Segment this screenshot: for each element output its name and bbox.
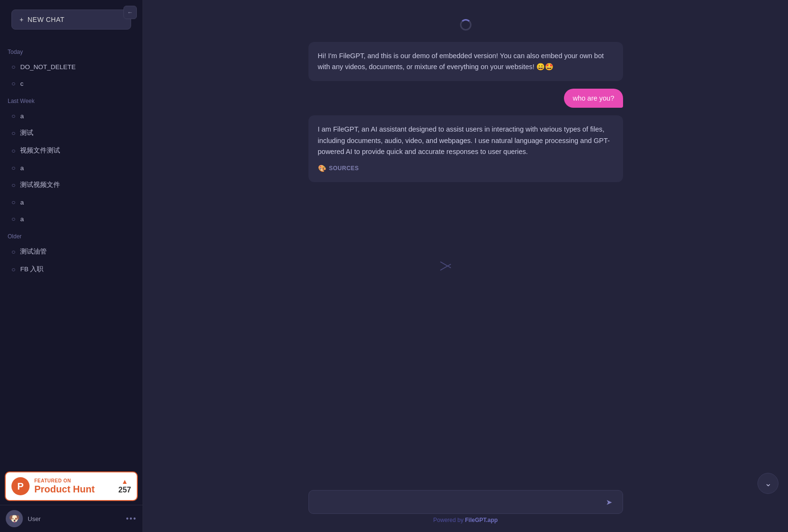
chat-bubble-icon: ○ (11, 164, 15, 172)
chat-item-video-test[interactable]: ○ 视频文件测试 (4, 142, 139, 159)
chat-item-label: c (20, 80, 23, 87)
section-last-week: Last Week (0, 92, 143, 107)
upvote-arrow-icon: ▲ (122, 478, 128, 485)
powered-by-label: Powered by FileGPT.app (433, 514, 498, 528)
chat-bubble-icon: ○ (11, 266, 15, 273)
chat-bubble-icon: ○ (11, 215, 15, 223)
chat-item-youku[interactable]: ○ 测试油管 (4, 243, 139, 260)
sidebar: + NEW CHAT ← Today ○ DO_NOT_DELETE ○ c L… (0, 0, 143, 532)
section-older: Older (0, 227, 143, 243)
chat-item-label: 测试油管 (20, 247, 47, 256)
user-footer: 🐶 User ••• (0, 505, 143, 532)
arrow-left-icon: ← (127, 9, 133, 16)
avatar: 🐶 (6, 510, 23, 527)
bot-message-2-text: I am FileGPT, an AI assistant designed t… (318, 125, 610, 155)
chat-item-test-video[interactable]: ○ 测试视频文件 (4, 176, 139, 194)
new-chat-label: NEW CHAT (28, 16, 65, 23)
upvote-count: 257 (118, 486, 131, 494)
input-container: ➤ (308, 490, 623, 514)
sources-icon: 🎨 (318, 163, 327, 174)
chat-item-test[interactable]: ○ 测试 (4, 124, 139, 142)
chat-item-label: a (20, 164, 24, 172)
product-hunt-count: ▲ 257 (118, 478, 131, 494)
chat-item-label: DO_NOT_DELETE (20, 63, 75, 71)
chat-item-label: a (20, 215, 24, 223)
loading-spinner (460, 19, 471, 31)
product-hunt-featured-label: FEATURED ON (34, 478, 113, 483)
user-message-1: who are you? (564, 89, 623, 108)
chat-item-label: 测试 (20, 129, 33, 137)
chat-area: Hi! I'm FileGPT, and this is our demo of… (143, 0, 788, 482)
product-hunt-logo: P (11, 477, 30, 495)
chat-item-label: FB 入职 (20, 265, 43, 274)
product-hunt-text: FEATURED ON Product Hunt (34, 478, 113, 495)
chat-item-do-not-delete[interactable]: ○ DO_NOT_DELETE (4, 59, 139, 75)
chat-item-c[interactable]: ○ c (4, 75, 139, 92)
messages-container: Hi! I'm FileGPT, and this is our demo of… (308, 19, 623, 182)
chat-item-label: a (20, 113, 24, 120)
loading-spinner-container (308, 19, 623, 31)
send-button[interactable]: ➤ (602, 494, 617, 510)
more-options-button[interactable]: ••• (126, 514, 137, 523)
chat-item-fb[interactable]: ○ FB 入职 (4, 261, 139, 278)
user-message-1-text: who are you? (573, 94, 614, 102)
powered-by-brand: FileGPT.app (465, 517, 498, 523)
chevron-down-icon: ⌄ (765, 478, 772, 489)
username-label: User (28, 515, 121, 522)
chat-bubble-icon: ○ (11, 129, 15, 137)
powered-by-prefix: Powered by (433, 517, 465, 523)
bot-message-2: I am FileGPT, an AI assistant designed t… (308, 115, 623, 182)
chat-item-a2[interactable]: ○ a (4, 160, 139, 176)
chat-bubble-icon: ○ (11, 181, 15, 189)
product-hunt-banner[interactable]: P FEATURED ON Product Hunt ▲ 257 (5, 471, 138, 501)
product-hunt-name: Product Hunt (34, 483, 113, 495)
chat-item-label: a (20, 199, 24, 206)
chat-bubble-icon: ○ (11, 198, 15, 206)
section-today: Today (0, 43, 143, 58)
chat-item-label: 测试视频文件 (20, 181, 60, 189)
chat-bubble-icon: ○ (11, 80, 15, 87)
send-icon: ➤ (606, 498, 612, 507)
chat-bubble-icon: ○ (11, 248, 15, 256)
plus-icon: + (20, 16, 24, 23)
chat-item-a3[interactable]: ○ a (4, 194, 139, 210)
chat-input[interactable] (315, 496, 597, 508)
chat-item-label: 视频文件测试 (20, 146, 60, 155)
new-chat-button[interactable]: + NEW CHAT (11, 10, 131, 30)
chat-bubble-icon: ○ (11, 112, 15, 120)
chat-bubble-icon: ○ (11, 63, 15, 71)
sidebar-toggle-visual[interactable] (439, 264, 451, 268)
scroll-to-bottom-button[interactable]: ⌄ (757, 473, 778, 494)
chat-item-a1[interactable]: ○ a (4, 108, 139, 124)
sources-label: SOURCES (329, 164, 359, 173)
bot-message-1-text: Hi! I'm FileGPT, and this is our demo of… (318, 52, 604, 71)
chat-list: Today ○ DO_NOT_DELETE ○ c Last Week ○ a … (0, 39, 143, 468)
chat-bubble-icon: ○ (11, 147, 15, 154)
chat-item-a4[interactable]: ○ a (4, 211, 139, 227)
sources-button[interactable]: 🎨 SOURCES (318, 163, 614, 174)
main-content: Hi! I'm FileGPT, and this is our demo of… (143, 0, 788, 532)
input-area: ➤ Powered by FileGPT.app (143, 482, 788, 532)
collapse-sidebar-button[interactable]: ← (123, 6, 137, 19)
bot-message-1: Hi! I'm FileGPT, and this is our demo of… (308, 42, 623, 81)
